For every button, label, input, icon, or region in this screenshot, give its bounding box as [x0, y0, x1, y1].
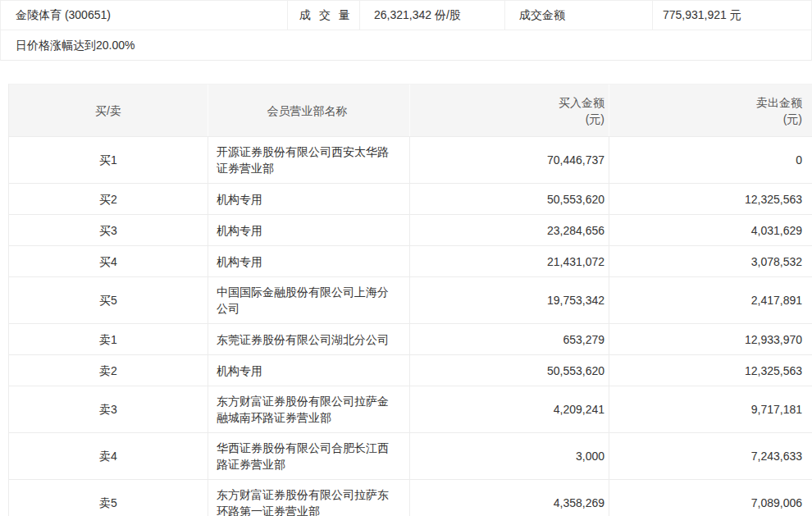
stock-name: 金陵体育 (300651) — [1, 1, 288, 30]
row-buy-sell-rank: 买5 — [9, 277, 208, 323]
table-row: 买3 机构专用 23,284,656 4,031,629 — [9, 215, 812, 246]
row-branch-name: 东方财富证券股份有限公司拉萨金融城南环路证券营业部 — [208, 386, 410, 432]
row-branch-name: 机构专用 — [208, 355, 410, 386]
row-sell-amount: 7,243,633 — [609, 433, 812, 479]
row-buy-sell-rank: 买3 — [9, 215, 208, 245]
header-buy-amount: 买入金额 (元) — [410, 84, 609, 136]
header-sell-amount: 卖出金额 (元) — [609, 84, 812, 136]
row-buy-sell-rank: 卖2 — [9, 355, 208, 386]
broker-seats-table: 买/卖 会员营业部名称 买入金额 (元) 卖出金额 (元) 买1 开源证券股份有… — [8, 84, 812, 516]
row-sell-amount: 4,031,629 — [609, 215, 812, 245]
table-row: 买5 中国国际金融股份有限公司上海分公司 19,753,342 2,417,89… — [9, 277, 812, 324]
turnover-label: 成交金额 — [505, 1, 653, 30]
header-branch-name: 会员营业部名称 — [208, 84, 410, 136]
table-row: 卖5 东方财富证券股份有限公司拉萨东环路第一证券营业部 4,358,269 7,… — [9, 480, 812, 516]
row-buy-sell-rank: 买1 — [9, 137, 208, 183]
limit-up-reason: 日价格涨幅达到20.00% — [1, 30, 811, 60]
table-row: 买4 机构专用 21,431,072 3,078,532 — [9, 246, 812, 277]
row-buy-amount: 4,209,241 — [410, 386, 609, 432]
header-buy-sell-rank: 买/卖 — [9, 84, 208, 136]
row-buy-amount: 19,753,342 — [410, 277, 609, 323]
table-header-row: 买/卖 会员营业部名称 买入金额 (元) 卖出金额 (元) — [9, 84, 812, 137]
row-buy-amount: 70,446,737 — [410, 137, 609, 183]
row-buy-sell-rank: 卖1 — [9, 324, 208, 354]
row-buy-amount: 653,279 — [410, 324, 609, 354]
row-buy-amount: 4,358,269 — [410, 480, 609, 516]
summary-row-main: 金陵体育 (300651) 成 交 量 26,321,342 份/股 成交金额 … — [1, 1, 811, 30]
table-row: 卖2 机构专用 50,553,620 12,325,563 — [9, 355, 812, 386]
row-branch-name: 开源证券股份有限公司西安太华路证券营业部 — [208, 137, 410, 183]
row-buy-amount: 50,553,620 — [410, 184, 609, 214]
row-sell-amount: 12,933,970 — [609, 324, 812, 354]
row-buy-amount: 3,000 — [410, 433, 609, 479]
row-sell-amount: 12,325,563 — [609, 355, 812, 386]
table-row: 卖4 华西证券股份有限公司合肥长江西路证券营业部 3,000 7,243,633 — [9, 433, 812, 480]
summary-panel: 金陵体育 (300651) 成 交 量 26,321,342 份/股 成交金额 … — [0, 0, 812, 61]
volume-label: 成 交 量 — [288, 1, 360, 30]
row-sell-amount: 12,325,563 — [609, 184, 812, 214]
row-branch-name: 机构专用 — [208, 184, 410, 214]
row-sell-amount: 2,417,891 — [609, 277, 812, 323]
row-branch-name: 中国国际金融股份有限公司上海分公司 — [208, 277, 410, 323]
row-buy-sell-rank: 买2 — [9, 184, 208, 214]
row-buy-amount: 50,553,620 — [410, 355, 609, 386]
row-buy-sell-rank: 卖4 — [9, 433, 208, 479]
row-buy-sell-rank: 卖5 — [9, 480, 208, 516]
row-buy-sell-rank: 买4 — [9, 246, 208, 276]
row-branch-name: 机构专用 — [208, 215, 410, 245]
row-branch-name: 华西证券股份有限公司合肥长江西路证券营业部 — [208, 433, 410, 479]
row-buy-amount: 21,431,072 — [410, 246, 609, 276]
table-row: 买1 开源证券股份有限公司西安太华路证券营业部 70,446,737 0 — [9, 137, 812, 184]
row-sell-amount: 9,717,181 — [609, 386, 812, 432]
row-sell-amount: 3,078,532 — [609, 246, 812, 276]
turnover-value: 775,931,921 元 — [653, 1, 811, 30]
table-row: 卖3 东方财富证券股份有限公司拉萨金融城南环路证券营业部 4,209,241 9… — [9, 386, 812, 433]
table-row: 买2 机构专用 50,553,620 12,325,563 — [9, 184, 812, 215]
row-branch-name: 东莞证券股份有限公司湖北分公司 — [208, 324, 410, 354]
table-body: 买1 开源证券股份有限公司西安太华路证券营业部 70,446,737 0 买2 … — [9, 137, 812, 516]
table-row: 卖1 东莞证券股份有限公司湖北分公司 653,279 12,933,970 — [9, 324, 812, 355]
row-buy-amount: 23,284,656 — [410, 215, 609, 245]
row-sell-amount: 0 — [609, 137, 812, 183]
volume-value: 26,321,342 份/股 — [360, 1, 505, 30]
row-branch-name: 机构专用 — [208, 246, 410, 276]
row-branch-name: 东方财富证券股份有限公司拉萨东环路第一证券营业部 — [208, 480, 410, 516]
row-buy-sell-rank: 卖3 — [9, 386, 208, 432]
row-sell-amount: 7,089,006 — [609, 480, 812, 516]
